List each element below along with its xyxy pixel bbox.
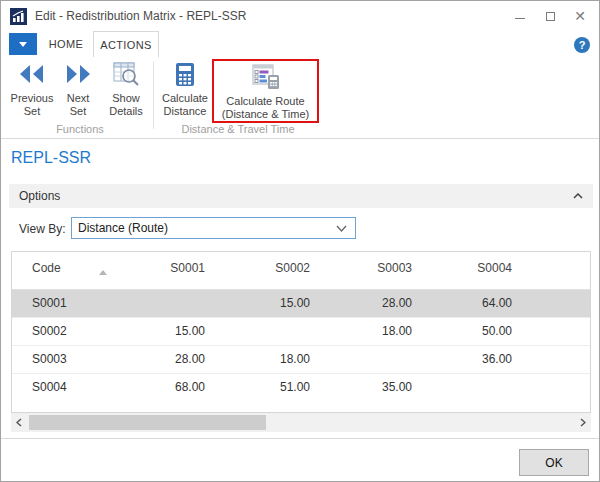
cell-value[interactable]: 18.00: [312, 318, 414, 345]
previous-set-label-2: Set: [24, 105, 41, 118]
cell-value[interactable]: 35.00: [312, 374, 414, 401]
collapse-icon: [573, 193, 583, 199]
view-by-value: Distance (Route): [78, 221, 168, 235]
next-set-button[interactable]: Next Set: [57, 59, 99, 118]
previous-set-icon: [18, 59, 46, 89]
maximize-icon: [546, 12, 555, 21]
cell-value[interactable]: 28.00: [312, 290, 414, 317]
cell-value[interactable]: [414, 374, 514, 401]
distance-group-label: Distance & Travel Time: [157, 123, 319, 135]
previous-set-button[interactable]: Previous Set: [9, 59, 55, 118]
app-menu-chevron-icon: [19, 42, 27, 47]
column-header-code[interactable]: Code: [12, 252, 107, 289]
cell-value[interactable]: 28.00: [107, 346, 207, 373]
table-header-row: Code S0001 S0002 S0003 S0004: [12, 252, 590, 289]
row-code: S0002: [12, 318, 107, 345]
show-details-label-1: Show: [112, 92, 140, 105]
calculate-route-label-1: Calculate Route: [226, 95, 304, 108]
view-by-dropdown[interactable]: Distance (Route): [71, 217, 356, 239]
maximize-button[interactable]: [535, 1, 565, 31]
cell-value[interactable]: 68.00: [107, 374, 207, 401]
horizontal-scrollbar[interactable]: [11, 413, 591, 432]
table-row[interactable]: S0003 28.00 18.00 36.00: [12, 345, 590, 373]
redistribution-matrix-table: Code S0001 S0002 S0003 S0004 S0001 15.00…: [11, 251, 591, 413]
scroll-right-icon[interactable]: [575, 413, 591, 432]
app-icon: [10, 8, 27, 25]
window-controls: ✕: [505, 1, 595, 31]
calculate-route-button[interactable]: Calculate Route (Distance & Time): [212, 59, 319, 123]
content-bottom-divider: [1, 438, 599, 439]
options-label: Options: [19, 189, 60, 203]
row-filler: [514, 290, 590, 317]
calculate-route-label-2: (Distance & Time): [222, 108, 309, 121]
next-set-icon: [64, 59, 92, 89]
calculate-route-icon: [251, 62, 281, 92]
calculate-distance-label-2: Distance: [164, 105, 207, 118]
window-title: Edit - Redistribution Matrix - REPL-SSR: [35, 9, 246, 23]
column-header-s0004[interactable]: S0004: [414, 252, 514, 289]
cell-value[interactable]: 64.00: [414, 290, 514, 317]
page-title: REPL-SSR: [11, 149, 91, 167]
row-code: S0001: [12, 290, 107, 317]
show-details-button[interactable]: Show Details: [101, 59, 151, 118]
help-icon[interactable]: ?: [574, 37, 590, 53]
show-details-label-2: Details: [109, 105, 143, 118]
table-row[interactable]: S0001 15.00 28.00 64.00: [12, 289, 590, 317]
ribbon-group-separator: [153, 61, 154, 129]
scrollbar-thumb[interactable]: [29, 415, 266, 430]
application-menu-button[interactable]: [9, 33, 37, 55]
ribbon-tab-row: HOME ACTIONS ?: [1, 31, 599, 57]
column-header-s0003[interactable]: S0003: [312, 252, 414, 289]
row-filler: [514, 346, 590, 373]
cell-value[interactable]: 18.00: [207, 346, 312, 373]
ribbon: Previous Set Next Set: [1, 57, 599, 139]
view-by-label: View By:: [19, 222, 65, 236]
table-row[interactable]: S0002 15.00 18.00 50.00: [12, 317, 590, 345]
calculate-distance-label-1: Calculate: [162, 92, 208, 105]
title-bar: Edit - Redistribution Matrix - REPL-SSR …: [1, 1, 599, 31]
minimize-button[interactable]: [505, 1, 535, 31]
cell-value[interactable]: [107, 290, 207, 317]
row-code: S0004: [12, 374, 107, 401]
table-row[interactable]: S0004 68.00 51.00 35.00: [12, 373, 590, 401]
row-filler: [514, 318, 590, 345]
sort-ascending-icon: [99, 270, 107, 275]
cell-value[interactable]: 51.00: [207, 374, 312, 401]
cell-value[interactable]: 15.00: [107, 318, 207, 345]
functions-group-label: Functions: [9, 123, 151, 135]
calculate-distance-button[interactable]: Calculate Distance: [157, 59, 213, 118]
cell-value[interactable]: 15.00: [207, 290, 312, 317]
column-header-s0002[interactable]: S0002: [207, 252, 312, 289]
dropdown-icon: [336, 225, 347, 232]
cell-value[interactable]: 50.00: [414, 318, 514, 345]
tab-actions[interactable]: ACTIONS: [93, 31, 159, 58]
cell-value[interactable]: [312, 346, 414, 373]
options-section-header[interactable]: Options: [9, 184, 593, 208]
ok-button[interactable]: OK: [519, 449, 589, 476]
row-code: S0003: [12, 346, 107, 373]
close-button[interactable]: ✕: [565, 1, 595, 31]
next-set-label-1: Next: [67, 92, 90, 105]
minimize-icon: [515, 18, 525, 19]
cell-value[interactable]: [207, 318, 312, 345]
row-filler: [514, 374, 590, 401]
calculate-distance-icon: [175, 59, 195, 89]
app-window: Edit - Redistribution Matrix - REPL-SSR …: [0, 0, 600, 482]
show-details-icon: [113, 59, 139, 89]
cell-value[interactable]: 36.00: [414, 346, 514, 373]
header-filler: [514, 252, 590, 289]
scroll-left-icon[interactable]: [11, 413, 27, 432]
previous-set-label-1: Previous: [11, 92, 54, 105]
next-set-label-2: Set: [70, 105, 87, 118]
tab-home[interactable]: HOME: [41, 31, 91, 57]
column-header-s0001[interactable]: S0001: [107, 252, 207, 289]
